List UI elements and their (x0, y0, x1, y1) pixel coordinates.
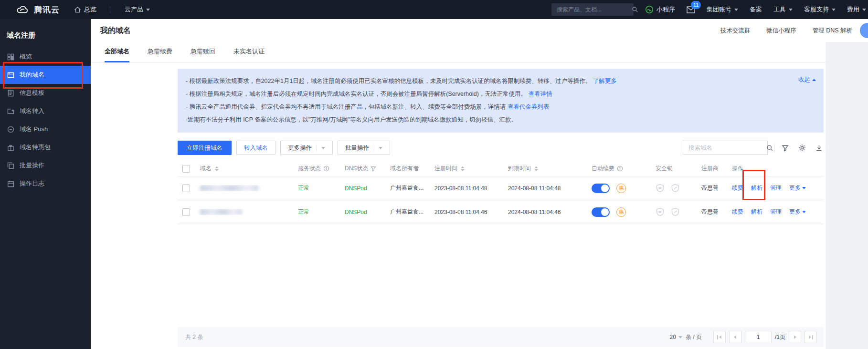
avatar[interactable] (860, 23, 868, 38)
sidebar-item-overview[interactable]: 概览 (0, 48, 91, 66)
next-page-button[interactable] (789, 331, 801, 343)
nav-overview[interactable]: 总览 (74, 5, 96, 14)
link-manage-dns[interactable]: 管理 DNS 解析 (813, 27, 852, 35)
info-icon[interactable] (617, 165, 623, 172)
tab-content: - 根据最新政策法规要求，自2022年1月1日起，域名注册前必须使用已实名审核的… (178, 62, 824, 349)
sidebar-title: 域名注册 (0, 19, 91, 48)
tab-urgent-redeem[interactable]: 急需赎回 (191, 47, 215, 62)
settings-gear-icon[interactable] (798, 144, 806, 152)
sidebar-item-my-domains[interactable]: 我的域名 (0, 66, 91, 84)
chevron-down-icon (321, 147, 325, 149)
auto-renew-toggle[interactable] (592, 184, 610, 193)
last-page-button[interactable] (804, 331, 817, 343)
collapse-notice-button[interactable]: 收起 (798, 76, 816, 84)
manage-link[interactable]: 管理 (770, 184, 782, 192)
gift-icon (7, 144, 14, 151)
notice-banner: - 根据最新政策法规要求，自2022年1月1日起，域名注册前必须使用已实名审核的… (178, 69, 824, 133)
domains-table: 域名 服务状态 DNS状态 域名所有者 注册时间 (178, 161, 824, 224)
message-count-badge: 11 (691, 1, 701, 9)
registered-at: 2023-08-08 11:04:46 (434, 209, 487, 216)
batch-operations-dropdown[interactable]: 批量操作 (338, 141, 390, 155)
list-footer: 共 2 条 20 条 / 页 /1页 (178, 327, 824, 347)
domain-redacted[interactable] (200, 209, 242, 215)
page-gutter (826, 42, 868, 349)
transfer-lock-shield-icon[interactable] (656, 207, 665, 216)
sort-icon[interactable] (534, 166, 538, 171)
sort-icon[interactable] (215, 166, 219, 171)
tab-not-verified[interactable]: 未实名认证 (233, 47, 265, 62)
renew-link[interactable]: 续费 (732, 208, 743, 216)
nav-group-account[interactable]: 集团账号 (707, 5, 738, 14)
current-page-input[interactable] (745, 331, 772, 343)
dns-status[interactable]: DNSPod (345, 185, 367, 192)
row-checkbox[interactable] (182, 208, 190, 216)
search-icon[interactable] (766, 144, 773, 152)
chevron-down-icon (379, 147, 382, 149)
prev-page-button[interactable] (729, 331, 741, 343)
view-details-link[interactable]: 查看详情 (528, 91, 552, 97)
nav-messages[interactable]: 11 (687, 6, 695, 13)
more-actions-dropdown[interactable]: 更多 (789, 208, 806, 216)
global-search-input[interactable] (556, 6, 632, 13)
learn-more-link[interactable]: 了解更多 (593, 78, 617, 84)
domain-search-input[interactable] (688, 144, 766, 152)
row-checkbox[interactable] (182, 185, 190, 192)
sidebar-item-domain-push[interactable]: 域名 Push (0, 120, 91, 138)
register-domain-button[interactable]: 立即注册域名 (178, 141, 232, 155)
promo-badge[interactable]: 惠 (616, 207, 626, 217)
renew-link[interactable]: 续费 (732, 184, 743, 192)
nav-beian[interactable]: 备案 (750, 5, 762, 14)
tab-all-domains[interactable]: 全部域名 (105, 47, 129, 62)
nav-cloud-products[interactable]: 云产品 (125, 5, 150, 14)
sidebar-item-domain-deals[interactable]: 域名特惠包 (0, 138, 91, 156)
page-header: 我的域名 技术交流群 微信小程序 管理 DNS 解析 (91, 19, 868, 42)
manage-link[interactable]: 管理 (770, 208, 782, 216)
home-icon (74, 6, 81, 13)
first-page-button[interactable] (713, 331, 726, 343)
transfer-in-button[interactable]: 转入域名 (236, 141, 275, 155)
resolve-dns-link[interactable]: 解析 (751, 184, 762, 192)
auto-renew-toggle[interactable] (592, 207, 610, 217)
tab-urgent-renewal[interactable]: 急需续费 (148, 47, 172, 62)
service-status: 正常 (298, 184, 309, 192)
more-actions-dropdown[interactable]: 更多 (789, 184, 806, 192)
more-operations-dropdown[interactable]: 更多操作 (280, 141, 333, 155)
expires-at: 2024-08-08 11:04:48 (508, 185, 561, 192)
search-icon[interactable] (632, 6, 638, 13)
nav-support[interactable]: 客服支持 (804, 5, 836, 14)
link-tech-group[interactable]: 技术交流群 (720, 27, 751, 35)
resolve-dns-link[interactable]: 解析 (751, 208, 762, 216)
tencent-cloud-logo[interactable]: 腾讯云 (15, 4, 60, 15)
global-search (551, 3, 634, 16)
sidebar-item-batch-operations[interactable]: 批量操作 (0, 156, 91, 174)
nav-tools[interactable]: 工具 (773, 5, 793, 14)
domain-redacted[interactable] (200, 185, 258, 191)
filter-funnel-icon[interactable] (782, 144, 789, 152)
sidebar-item-operation-logs[interactable]: 操作日志 (0, 174, 91, 193)
sort-icon[interactable] (461, 166, 465, 171)
sidebar-item-domain-transfer-in[interactable]: 域名转入 (0, 102, 91, 120)
link-wechat-mini-program[interactable]: 微信小程序 (766, 27, 796, 35)
nav-mini-program[interactable]: 小程序 (645, 5, 675, 14)
voucher-list-link[interactable]: 查看代金券列表 (508, 103, 550, 110)
grid-icon (7, 53, 14, 61)
page-size-select[interactable]: 20 (670, 334, 682, 340)
sidebar: 域名注册 概览 我的域名 信息模板 (0, 19, 91, 349)
dns-status[interactable]: DNSPod (345, 209, 367, 216)
download-icon[interactable] (815, 144, 823, 152)
domain-owner: 广州嘉益食... (390, 208, 423, 216)
filter-funnel-icon[interactable] (370, 166, 376, 172)
registrar: 帝思普 (701, 184, 719, 192)
info-icon[interactable] (323, 165, 329, 172)
expires-at: 2024-08-08 11:04:46 (508, 209, 561, 216)
update-lock-shield-icon[interactable] (671, 184, 680, 193)
chevron-down-icon (678, 336, 682, 339)
promo-badge[interactable]: 惠 (616, 184, 626, 193)
select-all-checkbox[interactable] (182, 165, 190, 173)
transfer-lock-shield-icon[interactable] (656, 184, 665, 193)
nav-billing[interactable]: 费用 (847, 5, 866, 14)
sidebar-item-info-templates[interactable]: 信息模板 (0, 84, 91, 102)
page-size-unit: 条 / 页 (686, 333, 702, 341)
update-lock-shield-icon[interactable] (671, 207, 680, 216)
chevron-down-icon (862, 9, 866, 11)
